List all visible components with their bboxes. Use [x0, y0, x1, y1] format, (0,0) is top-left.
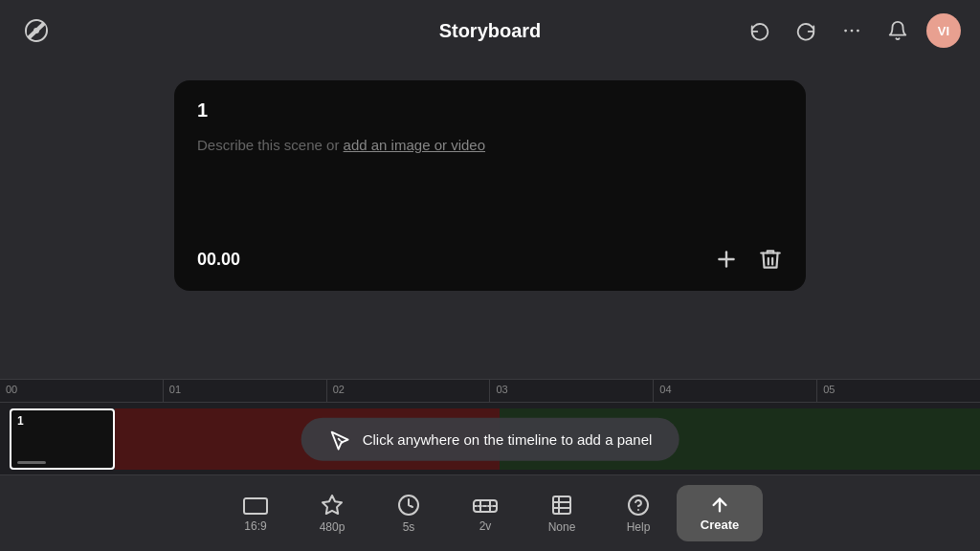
svg-point-0 — [33, 28, 39, 33]
scene-actions — [714, 247, 783, 272]
duration-icon — [397, 493, 420, 516]
scene-description: Describe this scene or add an image or v… — [197, 137, 783, 153]
delete-scene-button[interactable] — [758, 247, 783, 272]
timeline-panel-1[interactable]: 1 — [10, 408, 115, 470]
resolution-label: 480p — [320, 520, 345, 534]
notifications-button[interactable] — [880, 13, 915, 48]
svg-point-2 — [851, 30, 854, 33]
app-logo[interactable] — [19, 13, 54, 48]
voices-label: 2v — [479, 519, 492, 533]
timeline-ruler: 00 01 02 03 04 05 — [0, 380, 980, 403]
none-icon — [550, 493, 573, 516]
aspect-ratio-icon — [243, 494, 268, 515]
scene-number: 1 — [197, 99, 783, 121]
timeline-mark-0: 00 — [0, 380, 164, 402]
main-content: 1 Describe this scene or add an image or… — [0, 61, 980, 379]
create-icon — [709, 495, 730, 517]
resolution-icon — [321, 493, 344, 516]
duration-button[interactable]: 5s — [370, 485, 447, 540]
undo-button[interactable] — [743, 13, 777, 48]
timeline-mark-5: 05 — [817, 380, 980, 402]
header-right: VI — [743, 13, 961, 48]
panel-bar — [17, 461, 46, 464]
help-button[interactable]: Help — [600, 485, 677, 540]
page-title: Storyboard — [439, 20, 542, 42]
panel-label: 1 — [17, 414, 107, 428]
none-label: None — [548, 520, 576, 534]
timeline-mark-4: 04 — [654, 380, 817, 402]
scene-timestamp: 00.00 — [197, 250, 240, 270]
add-media-link[interactable]: add an image or video — [344, 137, 485, 153]
resolution-button[interactable]: 480p — [294, 485, 370, 540]
timeline-segment-green[interactable] — [500, 408, 980, 470]
timeline-track[interactable]: 1 Click anywhere on the timeline to add … — [0, 403, 980, 475]
scene-card: 1 Describe this scene or add an image or… — [174, 80, 806, 291]
header: Storyboard — [0, 0, 980, 61]
duration-label: 5s — [403, 520, 415, 534]
user-avatar[interactable]: VI — [926, 13, 961, 48]
svg-point-3 — [857, 30, 859, 33]
help-icon — [627, 493, 650, 516]
svg-rect-12 — [553, 496, 570, 514]
header-left — [19, 13, 54, 48]
create-button[interactable]: Create — [677, 485, 763, 542]
create-label: Create — [701, 518, 739, 532]
svg-rect-6 — [244, 498, 267, 514]
timeline-mark-2: 02 — [327, 380, 491, 402]
bottom-toolbar: 16:9 480p 5s 2v — [0, 474, 980, 551]
none-button[interactable]: None — [523, 485, 600, 540]
timeline[interactable]: 00 01 02 03 04 05 1 Click anywhere on th… — [0, 379, 980, 474]
add-scene-button[interactable] — [714, 247, 739, 272]
aspect-ratio-button[interactable]: 16:9 — [217, 486, 294, 540]
redo-button[interactable] — [789, 13, 823, 48]
voices-button[interactable]: 2v — [447, 486, 523, 540]
more-button[interactable] — [835, 13, 869, 48]
help-label: Help — [627, 520, 651, 534]
timeline-mark-3: 03 — [490, 380, 654, 402]
svg-point-1 — [844, 30, 847, 33]
timeline-mark-1: 01 — [164, 380, 327, 402]
voices-icon — [473, 494, 498, 515]
aspect-ratio-label: 16:9 — [244, 519, 266, 533]
scene-footer: 00.00 — [197, 247, 783, 272]
timeline-segment-red[interactable] — [115, 408, 500, 470]
